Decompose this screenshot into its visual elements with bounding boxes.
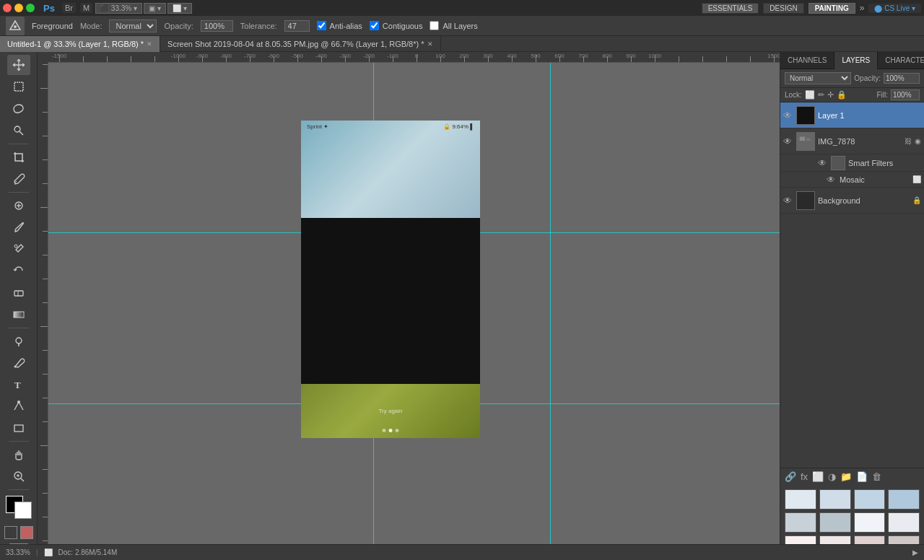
tab-close-0[interactable]: ✕	[147, 40, 152, 48]
battery-icon: 🔒 9:64% ▌	[443, 123, 474, 130]
pen-tool[interactable]	[7, 353, 30, 373]
rectangular-marquee-tool[interactable]	[7, 76, 30, 97]
brush-tool[interactable]	[7, 217, 30, 237]
preview-swatch-2	[854, 489, 886, 509]
carrier-text: Sprint ✦	[307, 123, 328, 130]
mini-icon[interactable]: M	[80, 3, 92, 13]
svg-rect-25	[797, 133, 814, 150]
delete-layer-button[interactable]: 🗑	[872, 471, 881, 482]
svg-rect-9	[14, 291, 23, 296]
maximize-button[interactable]	[26, 4, 35, 12]
layer-vis-1[interactable]: 👁	[783, 136, 793, 146]
new-layer-button[interactable]: 📄	[856, 471, 868, 482]
doc-tab-1[interactable]: Screen Shot 2019-08-04 at 8.05.35 PM.jpg…	[160, 36, 440, 52]
channels-tab[interactable]: CHANNELS	[780, 52, 834, 69]
ruler-left	[38, 63, 48, 560]
crop-tool[interactable]	[7, 147, 30, 167]
opacity-input[interactable]	[201, 20, 233, 32]
clone-stamp-tool[interactable]	[7, 239, 30, 259]
hand-tool[interactable]	[7, 445, 30, 465]
standard-mode[interactable]	[4, 526, 17, 539]
doc-tab-0[interactable]: Untitled-1 @ 33.3% (Layer 1, RGB/8) * ✕	[0, 36, 160, 52]
add-mask-button[interactable]: ⬜	[812, 471, 824, 482]
blend-mode-select[interactable]: Normal	[785, 72, 851, 84]
gradient-tool[interactable]	[7, 304, 30, 324]
svg-line-3	[19, 131, 23, 135]
layout-selector[interactable]: ⬜ ▾	[167, 3, 192, 14]
lock-position-icon[interactable]: ✛	[827, 90, 834, 100]
shape-tool[interactable]	[7, 418, 30, 438]
lasso-tool[interactable]	[7, 98, 30, 118]
smart-filters-vis[interactable]: 👁	[818, 158, 828, 168]
more-workspaces[interactable]: »	[860, 3, 865, 13]
anti-alias-checkbox[interactable]	[317, 21, 326, 30]
layer-thumb-2	[796, 191, 815, 210]
tolerance-input[interactable]	[284, 20, 310, 32]
tab-close-1[interactable]: ✕	[427, 40, 433, 48]
link-layers-button[interactable]: 🔗	[785, 471, 796, 482]
eyedropper-tool[interactable]	[7, 169, 30, 189]
svg-rect-26	[800, 136, 805, 141]
view-selector[interactable]: ▣ ▾	[144, 3, 166, 14]
essentials-button[interactable]: ESSENTIALS	[702, 3, 759, 14]
doc-tabs: Untitled-1 @ 33.3% (Layer 1, RGB/8) * ✕ …	[0, 36, 924, 52]
add-style-button[interactable]: fx	[801, 471, 808, 482]
character-tab[interactable]: CHARACTER	[878, 52, 924, 69]
move-tool[interactable]	[7, 55, 30, 75]
dodge-tool[interactable]	[7, 331, 30, 351]
layer-chain-1: ⛓	[905, 137, 912, 145]
design-button[interactable]: DESIGN	[763, 3, 803, 14]
lock-image-icon[interactable]: ✏	[818, 90, 824, 100]
new-group-button[interactable]: 📁	[840, 471, 852, 482]
lock-controls: Lock: ⬜ ✏ ✛ 🔒 Fill:	[780, 88, 924, 102]
options-bar: Foreground Mode: Normal Opacity: Toleran…	[0, 16, 924, 36]
br-icon[interactable]: Br	[62, 3, 76, 13]
eraser-tool[interactable]	[7, 282, 30, 302]
ruler-corner	[38, 52, 48, 63]
healing-brush-tool[interactable]	[7, 196, 30, 216]
svg-point-16	[17, 401, 20, 403]
svg-point-14	[14, 365, 16, 367]
text-tool[interactable]: T	[7, 375, 30, 395]
contiguous-checkbox[interactable]	[370, 21, 379, 30]
quick-mask-mode[interactable]	[20, 526, 33, 539]
layers-controls: Normal Opacity:	[780, 69, 924, 88]
layer-item-1[interactable]: 👁 IMG_7878 ⛓ ◉	[780, 128, 924, 154]
layer-item-0[interactable]: 👁 Layer 1	[780, 102, 924, 128]
color-swatches	[6, 496, 32, 519]
lock-all-icon[interactable]: 🔒	[837, 90, 847, 100]
preview-swatch-7	[888, 512, 920, 533]
dot-1	[383, 429, 386, 432]
add-adjustment-button[interactable]: ◑	[828, 471, 836, 482]
history-brush-tool[interactable]	[7, 261, 30, 281]
layers-tab[interactable]: LAYERS	[834, 52, 878, 69]
minimize-button[interactable]	[14, 4, 23, 12]
toolbox: T	[0, 52, 38, 560]
background-color[interactable]	[14, 502, 32, 519]
canvas-image-placeholder: Sprint ✦ 🔒 9:64% ▌	[301, 121, 480, 218]
zoom-tool[interactable]	[7, 466, 30, 486]
zoom-fit-button[interactable]: ⬜	[44, 548, 53, 556]
quick-select-tool[interactable]	[7, 120, 30, 140]
layer-vis-0[interactable]: 👁	[783, 110, 793, 121]
layer-vis-2[interactable]: 👁	[783, 196, 793, 206]
layer-name-2: Background	[818, 196, 910, 205]
opacity-input[interactable]	[884, 73, 920, 84]
all-layers-checkbox[interactable]	[430, 21, 439, 30]
mode-select[interactable]: Normal	[109, 19, 157, 32]
layer-thumb-0	[796, 106, 815, 125]
fill-input[interactable]	[891, 89, 920, 100]
layer-item-2[interactable]: 👁 Background 🔒	[780, 188, 924, 214]
document-canvas[interactable]: Sprint ✦ 🔒 9:64% ▌ Try again	[301, 121, 480, 438]
svg-line-19	[21, 478, 24, 481]
cslive-button[interactable]: ⬤ CS Live ▾	[868, 4, 921, 13]
preview-swatch-1	[819, 489, 851, 509]
path-select-tool[interactable]	[7, 396, 30, 416]
status-arrow[interactable]: ▶	[912, 548, 918, 556]
tool-preset-picker[interactable]	[6, 17, 25, 35]
painting-button[interactable]: PAINTING	[808, 3, 855, 14]
lock-transparent-icon[interactable]: ⬜	[805, 90, 815, 100]
close-button[interactable]	[3, 4, 12, 12]
mosaic-vis[interactable]: 👁	[827, 175, 837, 185]
canvas-area[interactable]: Sprint ✦ 🔒 9:64% ▌ Try again	[48, 63, 780, 560]
